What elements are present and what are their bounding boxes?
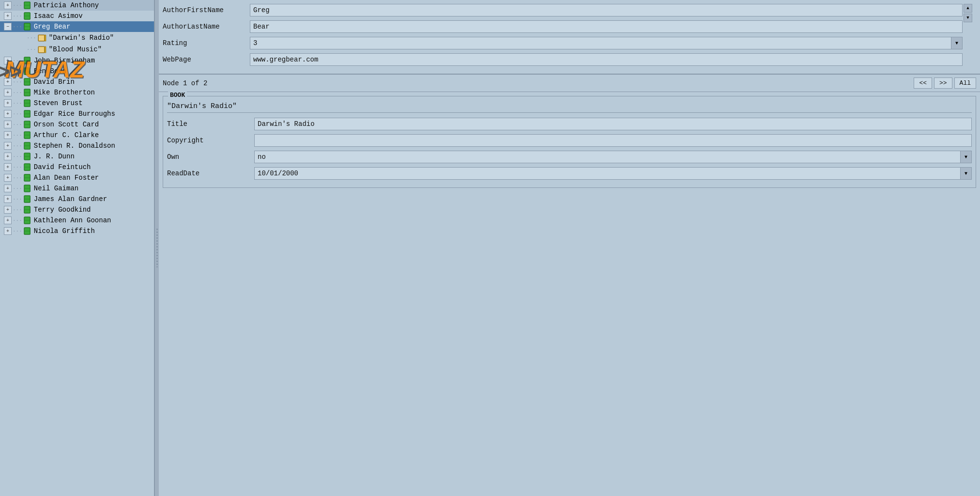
tree-item-david-brin[interactable]: +··· David Brin <box>0 77 154 87</box>
tree-item-james-alan-gardner[interactable]: +··· James Alan Gardner <box>0 194 154 204</box>
book-icon-terry-goodkind <box>23 205 32 214</box>
last-name-input[interactable] <box>250 20 963 33</box>
expand-patricia-anthony[interactable]: + <box>4 1 12 9</box>
tree-item-kathleen-ann-goonan[interactable]: +··· Kathleen Ann Goonan <box>0 215 154 226</box>
lines-mike-brotherton: ··· <box>13 90 22 95</box>
tree-item-arthur-c-clarke[interactable]: +··· Arthur C. Clarke <box>0 130 154 140</box>
all-button[interactable]: All <box>954 78 976 89</box>
book-icon-steven-brust <box>23 99 32 108</box>
tree-item-john-birmingham[interactable]: +··· John Birmingham <box>0 55 154 66</box>
scroll-down-button[interactable]: ▼ <box>964 14 972 22</box>
lines-isaac-asimov: ··· <box>13 13 22 19</box>
expand-david-feintuch[interactable]: + <box>4 163 12 171</box>
book-icon-david-feintuch <box>23 163 32 171</box>
expand-orson-scott-card[interactable]: + <box>4 121 12 128</box>
panel-divider[interactable] <box>155 0 159 496</box>
child-label-darwins-radio: "Darwin's Radio" <box>49 34 114 42</box>
expand-greg-bear[interactable]: − <box>4 23 12 31</box>
lines-kathleen-ann-goonan: ··· <box>13 217 22 223</box>
expand-alan-dean-foster[interactable]: + <box>4 174 12 182</box>
book-section-title: BOOK <box>168 92 187 99</box>
lines-david-brin: ··· <box>13 79 22 85</box>
book-readdate-select[interactable]: 10/01/2000 <box>254 167 972 180</box>
book-icon-david-brin <box>23 78 32 86</box>
label-orson-scott-card: Orson Scott Card <box>34 121 99 128</box>
expand-david-brin[interactable]: + <box>4 78 12 86</box>
tree-item-edgar-rice-burroughs[interactable]: +··· Edgar Rice Burroughs <box>0 108 154 119</box>
svg-marker-14 <box>45 46 46 53</box>
tree-item-patricia-anthony[interactable]: +··· Patricia Anthony <box>0 0 154 11</box>
tree-item-greg-bear[interactable]: −··· Greg Bear <box>0 21 154 32</box>
expand-terry-goodkind[interactable]: + <box>4 206 12 214</box>
tree-item-j-r-dunn[interactable]: +··· J. R. Dunn <box>0 151 154 162</box>
nav-bar: Node 1 of 2 << >> All <box>159 74 980 92</box>
book-own-label: Own <box>167 153 254 161</box>
lines-j-r-dunn: ··· <box>13 154 22 159</box>
lines-orson-scott-card: ··· <box>13 122 22 127</box>
tree-container[interactable]: +··· Patricia Anthony+··· Isaac Asimov−·… <box>0 0 154 236</box>
svg-rect-10 <box>39 35 44 41</box>
scroll-up-button[interactable]: ▲ <box>964 4 972 13</box>
expand-john-birmingham[interactable]: + <box>4 57 12 64</box>
right-panel: AuthorFirstName AuthorLastName Rating 1 … <box>159 0 980 496</box>
expand-j-r-dunn[interactable]: + <box>4 153 12 160</box>
rating-label: Rating <box>163 39 250 47</box>
tree-item-isaac-asimov[interactable]: +··· Isaac Asimov <box>0 11 154 21</box>
tree-child-darwins-radio[interactable]: ··· "Darwin's Radio" <box>0 32 154 44</box>
expand-ben-bova[interactable]: + <box>4 67 12 75</box>
tree-item-nicola-griffith[interactable]: +··· Nicola Griffith <box>0 226 154 236</box>
label-isaac-asimov: Isaac Asimov <box>34 12 83 20</box>
label-edgar-rice-burroughs: Edgar Rice Burroughs <box>34 110 115 118</box>
expand-nicola-griffith[interactable]: + <box>4 227 12 235</box>
tree-item-terry-goodkind[interactable]: +··· Terry Goodkind <box>0 204 154 215</box>
book-copyright-row: Copyright <box>167 134 972 147</box>
next-next-button[interactable]: >> <box>934 78 952 89</box>
expand-mike-brotherton[interactable]: + <box>4 89 12 96</box>
tree-item-stephen-r-donaldson[interactable]: +··· Stephen R. Donaldson <box>0 140 154 151</box>
lines-arthur-c-clarke: ··· <box>13 132 22 138</box>
book-icon-ben-bova <box>23 67 32 76</box>
webpage-label: WebPage <box>163 56 250 63</box>
webpage-input[interactable] <box>250 53 963 66</box>
book-section: BOOK "Darwin's Radio" Title Copyright Ow… <box>163 96 976 188</box>
rating-select[interactable]: 1 2 3 4 5 <box>250 37 963 49</box>
last-name-label: AuthorLastName <box>163 23 250 31</box>
expand-stephen-r-donaldson[interactable]: + <box>4 142 12 150</box>
prev-prev-button[interactable]: << <box>914 78 932 89</box>
label-david-brin: David Brin <box>34 78 75 86</box>
expand-kathleen-ann-goonan[interactable]: + <box>4 217 12 224</box>
tree-child-blood-music[interactable]: ··· "Blood Music" <box>0 44 154 55</box>
expand-james-alan-gardner[interactable]: + <box>4 195 12 203</box>
tree-item-mike-brotherton[interactable]: +··· Mike Brotherton <box>0 87 154 98</box>
tree-panel[interactable]: >> MUTAZ +··· Patricia Anthony+··· Isaac… <box>0 0 155 496</box>
tree-item-orson-scott-card[interactable]: +··· Orson Scott Card <box>0 119 154 130</box>
expand-neil-gaiman[interactable]: + <box>4 185 12 192</box>
book-icon-alan-dean-foster <box>23 173 32 182</box>
label-john-birmingham: John Birmingham <box>34 57 95 64</box>
svg-rect-13 <box>39 47 44 52</box>
book-icon-j-r-dunn <box>23 152 32 161</box>
book-readdate-row: ReadDate 10/01/2000 ▼ <box>167 167 972 180</box>
book-readdate-select-wrapper: 10/01/2000 ▼ <box>254 167 972 180</box>
tree-item-neil-gaiman[interactable]: +··· Neil Gaiman <box>0 183 154 194</box>
book-child-icon-blood-music <box>37 45 47 54</box>
book-title-input[interactable] <box>254 118 972 130</box>
tree-item-alan-dean-foster[interactable]: +··· Alan Dean Foster <box>0 172 154 183</box>
lines-steven-brust: ··· <box>13 100 22 106</box>
expand-arthur-c-clarke[interactable]: + <box>4 131 12 139</box>
label-steven-brust: Steven Brust <box>34 99 83 107</box>
first-name-input[interactable] <box>250 4 963 16</box>
book-title-label: Title <box>167 120 254 128</box>
expand-isaac-asimov[interactable]: + <box>4 12 12 20</box>
book-own-select[interactable]: yes no <box>254 151 972 163</box>
tree-item-steven-brust[interactable]: +··· Steven Brust <box>0 98 154 108</box>
tree-item-david-feintuch[interactable]: +··· David Feintuch <box>0 162 154 172</box>
expand-steven-brust[interactable]: + <box>4 99 12 107</box>
book-title-row: Title <box>167 118 972 130</box>
label-mike-brotherton: Mike Brotherton <box>34 89 95 96</box>
book-own-select-wrapper: yes no ▼ <box>254 151 972 163</box>
book-copyright-input[interactable] <box>254 134 972 147</box>
lines-patricia-anthony: ··· <box>13 2 22 8</box>
tree-item-ben-bova[interactable]: +··· Ben Bova <box>0 66 154 77</box>
expand-edgar-rice-burroughs[interactable]: + <box>4 110 12 118</box>
